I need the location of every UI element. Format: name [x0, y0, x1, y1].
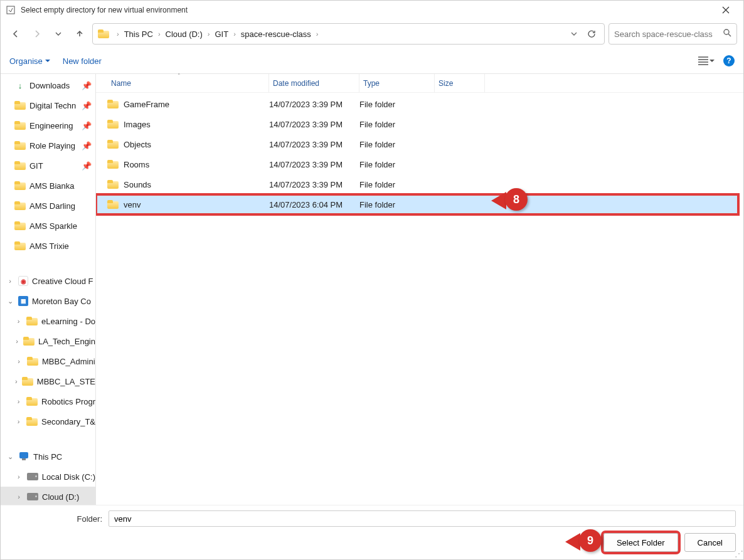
folder-icon — [107, 180, 119, 189]
file-row-objects[interactable]: Objects14/07/2023 3:39 PMFile folder — [96, 134, 743, 154]
sidebar-quick-5[interactable]: AMS Bianka — [1, 176, 95, 196]
svg-point-1 — [724, 29, 729, 34]
pin-icon: 📌 — [82, 81, 92, 90]
folder-icon — [14, 161, 26, 170]
folder-icon — [26, 417, 38, 426]
address-bar[interactable]: › This PC › Cloud (D:) › GIT › space-res… — [92, 23, 605, 45]
search-icon — [723, 28, 731, 40]
folder-icon — [107, 200, 119, 209]
sidebar-quick-2[interactable]: Engineering📌 — [1, 115, 95, 135]
crumb-current[interactable]: space-rescue-class — [240, 29, 312, 39]
navigation-pane: ↓Downloads📌Digital Techn📌Engineering📌Rol… — [1, 74, 96, 505]
folder-icon — [14, 101, 26, 110]
sidebar-drive-1[interactable]: ›Cloud (D:) — [1, 487, 95, 505]
new-folder-button[interactable]: New folder — [63, 56, 102, 66]
pin-icon: 📌 — [82, 121, 92, 130]
file-list[interactable]: GameFrame14/07/2023 3:39 PMFile folderIm… — [96, 93, 743, 505]
sidebar-mbchild-1[interactable]: ›LA_Tech_Engin — [1, 331, 95, 351]
annotation-9-arrow — [565, 533, 580, 551]
sidebar-quick-4[interactable]: GIT📌 — [1, 156, 95, 176]
file-row-gameframe[interactable]: GameFrame14/07/2023 3:39 PMFile folder — [96, 94, 743, 114]
folder-icon — [14, 141, 26, 150]
pin-icon: 📌 — [82, 141, 92, 151]
sidebar-mid-1[interactable]: ⌄▦Moreton Bay Co — [1, 291, 95, 311]
file-row-rooms[interactable]: Rooms14/07/2023 3:39 PMFile folder — [96, 154, 743, 174]
recent-dropdown[interactable] — [50, 25, 67, 43]
sidebar-mbchild-3[interactable]: ›MBBC_LA_STE — [1, 371, 95, 391]
folder-icon — [14, 221, 26, 230]
search-box[interactable] — [608, 23, 737, 45]
window-title: Select empty directory for new virtual e… — [21, 6, 188, 14]
folder-icon — [107, 140, 119, 149]
folder-icon — [26, 397, 38, 406]
select-folder-button[interactable]: Select Folder — [603, 533, 678, 552]
annotation-8-arrow — [491, 192, 506, 209]
creative-cloud-icon: ◉ — [18, 276, 28, 286]
folder-icon — [27, 357, 38, 366]
pin-icon: 📌 — [82, 161, 92, 171]
pin-icon: 📌 — [82, 101, 92, 110]
folder-icon — [22, 377, 33, 386]
forward-button[interactable] — [28, 25, 46, 43]
folder-icon — [107, 120, 119, 129]
file-row-sounds[interactable]: Sounds14/07/2023 3:39 PMFile folder — [96, 174, 743, 194]
download-icon: ↓ — [14, 81, 26, 90]
app-icon — [6, 5, 16, 15]
crumb-thispc[interactable]: This PC — [123, 29, 154, 39]
folder-icon — [107, 100, 119, 108]
view-menu[interactable] — [698, 56, 715, 65]
sidebar-quick-0[interactable]: ↓Downloads📌 — [1, 75, 95, 95]
drive-icon — [27, 473, 38, 480]
organise-menu[interactable]: Organise — [9, 56, 50, 66]
sidebar-quick-6[interactable]: AMS Darling — [1, 196, 95, 216]
sidebar-mid-0[interactable]: ›◉Creative Cloud F — [1, 271, 95, 291]
crumb-git[interactable]: GIT — [214, 29, 230, 39]
sidebar-mbchild-4[interactable]: ›Robotics Progr — [1, 391, 95, 411]
column-headers[interactable]: Name˄ Date modified Type Size — [96, 74, 743, 93]
annotation-9: 9 — [579, 529, 602, 552]
sidebar-quick-8[interactable]: AMS Trixie — [1, 236, 95, 256]
folder-label: Folder: — [8, 514, 102, 524]
drive-icon — [27, 493, 38, 500]
org-icon: ▦ — [18, 296, 28, 306]
sidebar-quick-7[interactable]: AMS Sparkle — [1, 216, 95, 236]
folder-icon — [98, 29, 109, 38]
file-row-venv[interactable]: venv14/07/2023 6:04 PMFile folder — [96, 194, 738, 214]
cancel-button[interactable]: Cancel — [684, 533, 736, 552]
sidebar-drive-0[interactable]: ›Local Disk (C:) — [1, 467, 95, 487]
crumb-cloud[interactable]: Cloud (D:) — [164, 29, 204, 39]
up-button[interactable] — [71, 25, 88, 43]
address-dropdown[interactable] — [565, 25, 583, 43]
sidebar-quick-3[interactable]: Role Playing📌 — [1, 135, 95, 156]
folder-icon — [14, 201, 26, 210]
close-button[interactable] — [713, 2, 738, 18]
svg-rect-0 — [7, 6, 14, 14]
sidebar-mbchild-5[interactable]: ›Secondary_T& — [1, 411, 95, 431]
sidebar-mbchild-0[interactable]: ›eLearning - Do — [1, 311, 95, 331]
pc-icon — [18, 452, 29, 461]
sidebar-mbchild-2[interactable]: ›MBBC_Admini — [1, 351, 95, 371]
refresh-button[interactable] — [583, 25, 600, 43]
folder-icon — [14, 121, 26, 130]
search-input[interactable] — [614, 29, 723, 39]
back-button[interactable] — [7, 25, 24, 43]
sort-indicator: ˄ — [178, 73, 181, 79]
folder-icon — [107, 160, 119, 169]
folder-icon — [26, 317, 38, 325]
help-button[interactable]: ? — [723, 55, 735, 66]
sidebar-quick-1[interactable]: Digital Techn📌 — [1, 95, 95, 115]
folder-icon — [23, 337, 35, 346]
folder-input[interactable] — [109, 510, 736, 527]
annotation-8: 8 — [505, 188, 528, 211]
file-row-images[interactable]: Images14/07/2023 3:39 PMFile folder — [96, 114, 743, 134]
folder-icon — [14, 241, 26, 250]
folder-icon — [14, 181, 26, 190]
sidebar-thispc[interactable]: ⌄This PC — [1, 446, 95, 467]
